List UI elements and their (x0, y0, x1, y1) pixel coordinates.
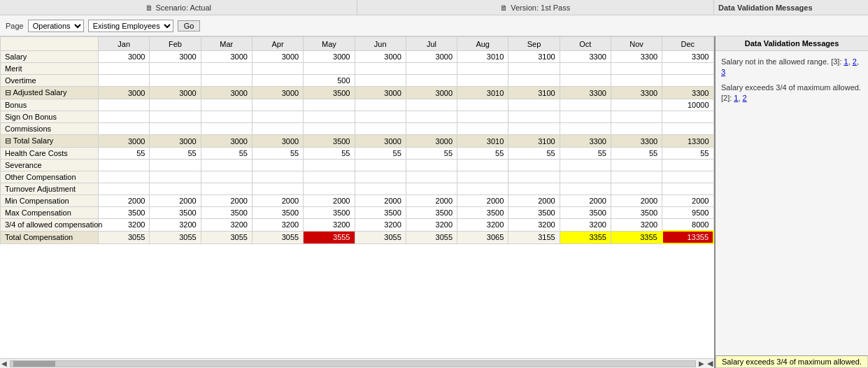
data-cell[interactable] (508, 75, 560, 87)
data-cell[interactable] (560, 111, 611, 123)
data-cell[interactable] (355, 171, 406, 183)
data-cell[interactable]: 3000 (406, 51, 457, 63)
horizontal-scrollbar[interactable]: ◀ ▶ ◀ (0, 358, 714, 368)
data-cell[interactable]: 3200 (355, 219, 406, 232)
data-cell[interactable] (150, 171, 201, 183)
data-cell[interactable]: 10000 (662, 99, 713, 111)
data-cell[interactable]: 3055 (355, 231, 406, 243)
data-cell[interactable]: 3500 (252, 207, 303, 219)
data-cell[interactable] (662, 123, 713, 135)
data-cell[interactable] (99, 75, 150, 87)
validation-link-2-1[interactable]: 1 (734, 94, 738, 102)
data-cell[interactable]: 3300 (560, 87, 611, 99)
data-cell[interactable]: 2000 (406, 195, 457, 207)
data-cell[interactable]: 3500 (355, 207, 406, 219)
data-cell[interactable] (304, 123, 355, 135)
data-cell[interactable] (355, 111, 406, 123)
data-cell[interactable]: 55 (508, 148, 560, 160)
data-cell[interactable]: 3200 (508, 219, 560, 232)
data-cell[interactable]: 3500 (406, 207, 457, 219)
data-cell[interactable] (150, 123, 201, 135)
data-cell[interactable]: 3200 (99, 219, 150, 232)
data-cell[interactable]: 3010 (457, 87, 508, 99)
data-cell[interactable]: 2000 (201, 195, 252, 207)
data-cell[interactable] (662, 171, 713, 183)
employee-select[interactable]: Existing Employees New Employees (88, 20, 173, 32)
data-cell[interactable]: 13355 (662, 231, 713, 243)
data-cell[interactable] (304, 171, 355, 183)
data-cell[interactable]: 55 (611, 148, 662, 160)
data-cell[interactable] (201, 160, 252, 171)
data-cell[interactable] (406, 111, 457, 123)
data-cell[interactable]: 3055 (201, 231, 252, 243)
data-cell[interactable]: 3300 (662, 51, 713, 63)
data-cell[interactable] (252, 123, 303, 135)
data-cell[interactable] (406, 75, 457, 87)
data-cell[interactable]: 3300 (611, 87, 662, 99)
data-cell[interactable]: 3000 (355, 87, 406, 99)
data-cell[interactable] (99, 63, 150, 75)
data-cell[interactable] (150, 63, 201, 75)
data-cell[interactable]: 3000 (406, 87, 457, 99)
data-cell[interactable]: 3000 (201, 135, 252, 148)
data-cell[interactable]: 55 (150, 148, 201, 160)
data-cell[interactable] (560, 99, 611, 111)
data-cell[interactable]: 3200 (150, 219, 201, 232)
data-cell[interactable] (252, 99, 303, 111)
data-cell[interactable] (99, 99, 150, 111)
data-cell[interactable]: 55 (560, 148, 611, 160)
data-cell[interactable]: 3000 (99, 135, 150, 148)
data-cell[interactable] (304, 111, 355, 123)
data-cell[interactable]: 3500 (457, 207, 508, 219)
data-cell[interactable]: 3500 (304, 87, 355, 99)
data-cell[interactable] (508, 63, 560, 75)
data-cell[interactable]: 3010 (457, 51, 508, 63)
data-cell[interactable] (560, 171, 611, 183)
data-cell[interactable] (99, 171, 150, 183)
data-cell[interactable]: 3100 (508, 135, 560, 148)
data-cell[interactable] (611, 160, 662, 171)
data-cell[interactable]: 3300 (662, 87, 713, 99)
department-select[interactable]: Operations Finance HR (28, 20, 84, 32)
data-cell[interactable]: 3200 (252, 219, 303, 232)
data-cell[interactable]: 3200 (201, 219, 252, 232)
data-cell[interactable] (560, 160, 611, 171)
data-cell[interactable]: 55 (406, 148, 457, 160)
data-cell[interactable]: 2000 (99, 195, 150, 207)
data-cell[interactable]: 2000 (355, 195, 406, 207)
data-cell[interactable]: 2000 (457, 195, 508, 207)
data-cell[interactable] (150, 99, 201, 111)
data-cell[interactable] (611, 183, 662, 195)
data-cell[interactable]: 3000 (150, 51, 201, 63)
data-cell[interactable]: 13300 (662, 135, 713, 148)
data-cell[interactable] (406, 160, 457, 171)
data-cell[interactable] (508, 123, 560, 135)
data-cell[interactable] (457, 99, 508, 111)
data-cell[interactable]: 3000 (355, 135, 406, 148)
data-cell[interactable]: 2000 (560, 195, 611, 207)
data-cell[interactable] (150, 160, 201, 171)
data-cell[interactable]: 3355 (560, 231, 611, 243)
data-cell[interactable]: 55 (662, 148, 713, 160)
data-cell[interactable]: 3300 (560, 51, 611, 63)
data-cell[interactable] (457, 160, 508, 171)
data-cell[interactable]: 3000 (304, 51, 355, 63)
data-cell[interactable] (662, 111, 713, 123)
data-cell[interactable] (252, 75, 303, 87)
data-cell[interactable] (355, 183, 406, 195)
data-cell[interactable] (252, 183, 303, 195)
data-cell[interactable]: 55 (457, 148, 508, 160)
table-container[interactable]: Jan Feb Mar Apr May Jun Jul Aug Sep Oct … (0, 36, 714, 358)
data-cell[interactable] (406, 99, 457, 111)
data-cell[interactable]: 3155 (508, 231, 560, 243)
data-cell[interactable]: 3055 (99, 231, 150, 243)
data-cell[interactable] (457, 123, 508, 135)
data-cell[interactable] (611, 171, 662, 183)
data-cell[interactable]: 500 (304, 75, 355, 87)
data-cell[interactable] (560, 63, 611, 75)
data-cell[interactable]: 3500 (304, 207, 355, 219)
data-cell[interactable] (355, 160, 406, 171)
data-cell[interactable]: 3200 (560, 219, 611, 232)
data-cell[interactable]: 3500 (611, 207, 662, 219)
data-cell[interactable]: 2000 (508, 195, 560, 207)
